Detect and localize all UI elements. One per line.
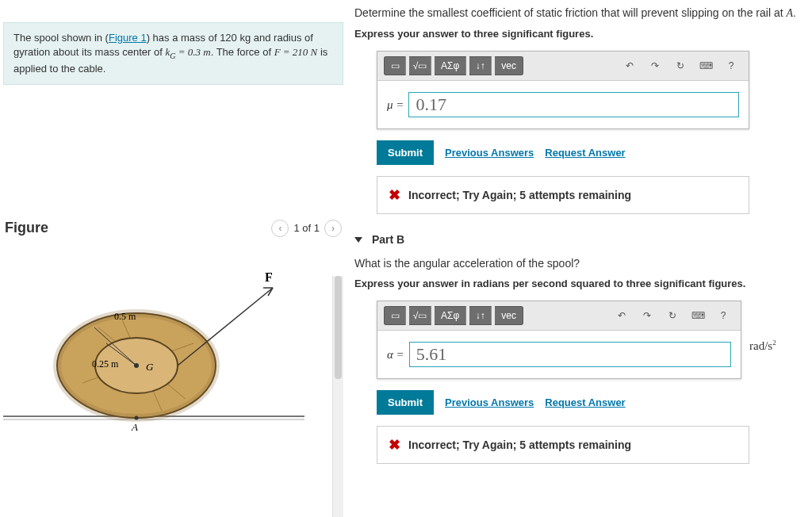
tb-root-icon[interactable]: √▭ bbox=[409, 56, 431, 75]
figure-link[interactable]: Figure 1 bbox=[109, 32, 147, 44]
partb-var: α = bbox=[387, 348, 404, 362]
incorrect-x-icon: ✖ bbox=[389, 436, 400, 454]
partb-previous-link[interactable]: Previous Answers bbox=[445, 396, 534, 408]
parta-input[interactable] bbox=[408, 92, 739, 117]
tb-greek-button[interactable]: ΑΣφ bbox=[435, 56, 466, 75]
tb-root-icon[interactable]: √▭ bbox=[409, 306, 431, 325]
center-g-label: G bbox=[146, 361, 154, 373]
pager-label: 1 of 1 bbox=[293, 222, 320, 234]
pager-prev-button[interactable]: ‹ bbox=[271, 220, 289, 237]
pager-next-button[interactable]: › bbox=[324, 220, 342, 237]
tb-keyboard-icon[interactable]: ⌨ bbox=[687, 306, 709, 325]
kg-expr: kG = 0.3 m bbox=[165, 46, 210, 58]
force-expr: F = 210 N bbox=[274, 46, 318, 58]
incorrect-x-icon: ✖ bbox=[389, 186, 400, 204]
parta-prompt: Determine the smallest coefficient of st… bbox=[354, 6, 809, 20]
partb-feedback-text: Incorrect; Try Again; 5 attempts remaini… bbox=[408, 438, 631, 451]
partb-request-link[interactable]: Request Answer bbox=[545, 396, 625, 408]
tb-fraction-icon[interactable]: ▭ bbox=[384, 56, 406, 75]
problem-pre: The spool shown in ( bbox=[13, 32, 109, 44]
tb-help-button[interactable]: ? bbox=[720, 56, 742, 75]
r-inner-label: 0.25 m bbox=[92, 358, 119, 370]
parta-previous-link[interactable]: Previous Answers bbox=[445, 147, 534, 159]
parta-request-link[interactable]: Request Answer bbox=[545, 147, 625, 159]
tb-greek-button[interactable]: ΑΣφ bbox=[435, 306, 466, 325]
tb-vec-button[interactable]: vec bbox=[495, 306, 523, 325]
point-a-label: A bbox=[131, 421, 138, 433]
figure-diagram: F 0.5 m 0.25 m G A bbox=[3, 264, 304, 446]
tb-arrows-icon[interactable]: ↓↑ bbox=[469, 306, 492, 325]
partb-toolbar: ▭√▭ΑΣφ↓↑vec ↶ ↷ ↻ ⌨ ? bbox=[377, 301, 741, 331]
partb-unit: rad/s2 bbox=[749, 339, 776, 353]
parta-instruction: Express your answer to three significant… bbox=[354, 28, 809, 40]
problem-mid: . The force of bbox=[211, 46, 274, 58]
tb-redo-icon[interactable]: ↷ bbox=[636, 306, 658, 325]
r-outer-label: 0.5 m bbox=[114, 311, 136, 322]
parta-toolbar: ▭√▭ΑΣφ↓↑vec ↶ ↷ ↻ ⌨ ? bbox=[377, 52, 749, 81]
parta-feedback-text: Incorrect; Try Again; 5 attempts remaini… bbox=[408, 189, 631, 201]
partb-answer-box: ▭√▭ΑΣφ↓↑vec ↶ ↷ ↻ ⌨ ? α = bbox=[377, 301, 741, 379]
partb-instruction: Express your answer in radians per secon… bbox=[354, 278, 809, 289]
parta-feedback: ✖ Incorrect; Try Again; 5 attempts remai… bbox=[377, 176, 749, 214]
partb-feedback: ✖ Incorrect; Try Again; 5 attempts remai… bbox=[377, 426, 749, 464]
force-label: F bbox=[265, 270, 273, 284]
tb-undo-icon[interactable]: ↶ bbox=[611, 306, 633, 325]
tb-undo-icon[interactable]: ↶ bbox=[619, 56, 641, 75]
parta-submit-button[interactable]: Submit bbox=[377, 140, 434, 165]
figure-pager: ‹ 1 of 1 › bbox=[271, 220, 342, 237]
problem-statement: The spool shown in (Figure 1) has a mass… bbox=[3, 22, 343, 85]
tb-fraction-icon[interactable]: ▭ bbox=[384, 306, 406, 325]
tb-arrows-icon[interactable]: ↓↑ bbox=[469, 56, 492, 75]
tb-vec-button[interactable]: vec bbox=[495, 56, 523, 75]
figure-title: Figure bbox=[5, 220, 48, 236]
tb-redo-icon[interactable]: ↷ bbox=[644, 56, 666, 75]
svg-point-14 bbox=[135, 416, 139, 419]
partb-prompt: What is the angular acceleration of the … bbox=[354, 257, 809, 270]
figure-scrollbar[interactable] bbox=[332, 276, 343, 517]
partb-label: Part B bbox=[372, 233, 404, 246]
tb-help-button[interactable]: ? bbox=[712, 306, 734, 325]
tb-reset-icon[interactable]: ↻ bbox=[661, 306, 684, 325]
parta-var: μ = bbox=[387, 98, 404, 112]
parta-answer-box: ▭√▭ΑΣφ↓↑vec ↶ ↷ ↻ ⌨ ? μ = bbox=[377, 51, 749, 129]
partb-input[interactable] bbox=[409, 342, 731, 367]
tb-keyboard-icon[interactable]: ⌨ bbox=[695, 56, 717, 75]
tb-reset-icon[interactable]: ↻ bbox=[669, 56, 691, 75]
scrollbar-thumb[interactable] bbox=[335, 276, 342, 379]
partb-submit-button[interactable]: Submit bbox=[377, 390, 434, 415]
partb-collapse-toggle[interactable] bbox=[354, 237, 362, 243]
